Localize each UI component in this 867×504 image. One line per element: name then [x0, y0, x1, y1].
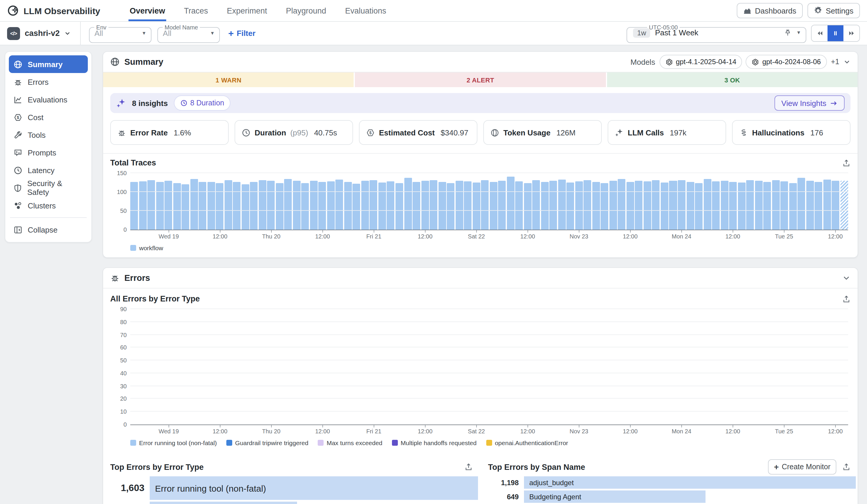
legend-item[interactable]: workflow — [130, 244, 163, 251]
tab-experiment[interactable]: Experiment — [217, 0, 277, 21]
bar[interactable] — [601, 183, 609, 230]
export-icon[interactable] — [842, 295, 850, 303]
bar[interactable] — [413, 182, 420, 230]
bar[interactable] — [267, 181, 275, 230]
bar[interactable] — [669, 181, 677, 230]
bar[interactable] — [652, 180, 660, 230]
bar[interactable] — [567, 183, 574, 230]
export-icon[interactable] — [464, 463, 473, 471]
metric-card-hallucinations[interactable]: Hallucinations176 — [732, 120, 850, 145]
bar[interactable] — [285, 179, 292, 230]
bar[interactable] — [130, 182, 138, 230]
dashboards-button[interactable]: Dashboards — [737, 3, 803, 18]
add-filter-button[interactable]: + Filter — [228, 28, 256, 39]
top-error-row[interactable]: 1,603Error running tool (non-fatal) — [110, 476, 473, 500]
bar[interactable] — [506, 177, 514, 230]
bar[interactable] — [276, 183, 283, 230]
legend-item[interactable]: openai.AuthenticationError — [486, 439, 568, 446]
bar[interactable] — [746, 180, 754, 230]
bar[interactable] — [738, 183, 745, 230]
bar[interactable] — [173, 183, 181, 230]
bar[interactable] — [361, 181, 369, 230]
status-segment-warn[interactable]: 1 WARN — [103, 73, 354, 87]
total-traces-chart[interactable]: 050100150Wed 1912:00Thu 2012:00Fri 2112:… — [110, 173, 850, 251]
bar[interactable] — [763, 182, 771, 230]
bar[interactable] — [190, 179, 198, 230]
metric-card-token-usage[interactable]: Token Usage126M — [483, 120, 602, 145]
bar[interactable] — [798, 178, 805, 230]
sidebar-item-security-safety[interactable]: Security & Safety — [9, 179, 88, 197]
bar[interactable] — [515, 181, 523, 230]
range-shortcut-badge[interactable]: 1w — [633, 28, 650, 37]
pin-icon[interactable] — [784, 29, 792, 36]
top-error-row[interactable] — [110, 502, 473, 504]
tab-evaluations[interactable]: Evaluations — [336, 0, 396, 21]
bar[interactable] — [686, 182, 694, 230]
sidebar-item-summary[interactable]: Summary — [9, 55, 88, 73]
bar[interactable] — [755, 181, 762, 230]
bar[interactable] — [498, 181, 506, 230]
legend-item[interactable]: Multiple handoffs requested — [392, 439, 477, 446]
bar[interactable] — [447, 183, 454, 230]
bar[interactable] — [250, 182, 258, 230]
bar[interactable] — [584, 180, 591, 230]
sidebar-item-clusters[interactable]: Clusters — [9, 197, 88, 214]
bar[interactable] — [704, 179, 711, 230]
bar[interactable] — [455, 181, 463, 230]
sidebar-collapse-button[interactable]: Collapse — [9, 221, 88, 239]
collapse-section-chevron-icon[interactable] — [842, 274, 850, 282]
bar[interactable] — [233, 182, 240, 230]
bar[interactable] — [336, 179, 343, 230]
bar[interactable] — [695, 183, 703, 230]
bar[interactable] — [396, 183, 403, 230]
status-segment-alert[interactable]: 2 ALERT — [355, 73, 606, 87]
bar[interactable] — [575, 181, 583, 230]
bar[interactable] — [370, 180, 377, 230]
bar[interactable] — [815, 182, 823, 230]
project-selector[interactable]: </> cashri-v2 — [7, 27, 81, 40]
bar[interactable] — [293, 181, 301, 230]
bar[interactable] — [789, 183, 796, 230]
metric-card-estimated-cost[interactable]: $Estimated Cost$340.97 — [359, 120, 478, 145]
duration-insight-chip[interactable]: 8 Duration — [174, 95, 231, 111]
bar[interactable] — [644, 181, 651, 230]
export-icon[interactable] — [842, 159, 850, 167]
bar[interactable] — [609, 181, 617, 230]
bar[interactable] — [806, 181, 814, 230]
bar[interactable] — [242, 184, 249, 230]
model-name-select[interactable]: Model Name All▼ — [158, 24, 220, 43]
metric-card-error-rate[interactable]: Error Rate1.6% — [110, 120, 229, 145]
sidebar-item-latency[interactable]: Latency — [9, 161, 88, 179]
sidebar-item-tools[interactable]: Tools — [9, 126, 88, 144]
bar[interactable] — [832, 181, 839, 230]
bar[interactable] — [618, 179, 625, 230]
bar[interactable] — [258, 180, 266, 230]
pause-button[interactable] — [827, 25, 843, 41]
bar[interactable] — [841, 181, 848, 230]
bar[interactable] — [353, 184, 361, 230]
bar[interactable] — [541, 182, 549, 230]
sidebar-item-prompts[interactable]: Prompts — [9, 144, 88, 161]
sidebar-item-errors[interactable]: Errors — [9, 73, 88, 91]
bar[interactable] — [199, 182, 206, 230]
bar[interactable] — [430, 180, 437, 230]
create-monitor-button[interactable]: + Create Monitor — [768, 459, 836, 474]
bar[interactable] — [472, 183, 480, 230]
tab-playground[interactable]: Playground — [276, 0, 336, 21]
bar[interactable] — [164, 181, 172, 230]
bar[interactable] — [549, 181, 557, 230]
settings-button[interactable]: Settings — [807, 3, 860, 18]
bar[interactable] — [464, 181, 471, 230]
bar[interactable] — [712, 181, 720, 230]
bar[interactable] — [139, 181, 147, 230]
bar[interactable] — [729, 182, 737, 230]
bar[interactable] — [524, 183, 531, 230]
bar[interactable] — [720, 181, 728, 230]
sidebar-item-cost[interactable]: $Cost — [9, 108, 88, 126]
rewind-button[interactable] — [812, 25, 827, 41]
status-segment-ok[interactable]: 3 OK — [607, 73, 858, 87]
legend-item[interactable]: Max turns exceeded — [318, 439, 382, 446]
tab-traces[interactable]: Traces — [174, 0, 217, 21]
legend-item[interactable]: Error running tool (non-fatal) — [130, 439, 217, 446]
fast-forward-button[interactable] — [843, 25, 859, 41]
